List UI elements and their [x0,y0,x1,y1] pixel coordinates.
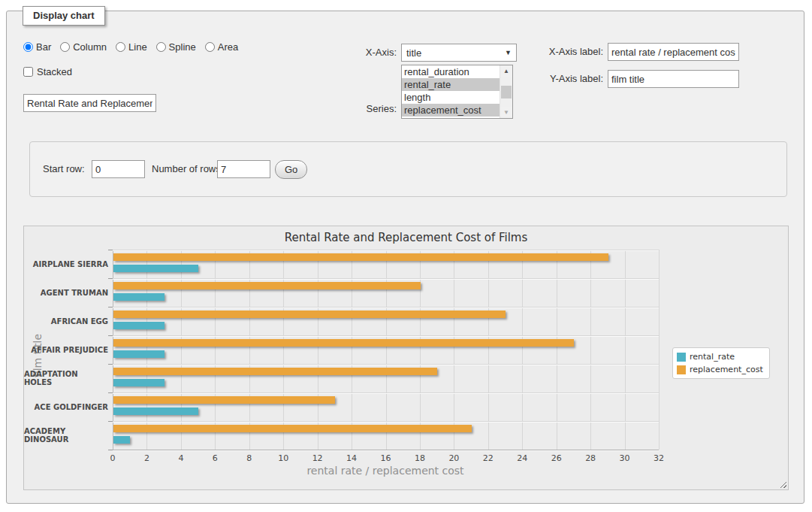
radio-bar[interactable] [23,42,33,52]
stacked-label[interactable]: Stacked [37,66,72,77]
category-label: AFFAIR PREJUDICE [24,335,108,364]
y-tick-mark-6 [108,421,113,422]
stacked-checkbox[interactable] [23,67,33,77]
gridline-x-10 [283,250,284,450]
x-axis-selected-value: title [406,47,505,59]
legend-item-rental_rate[interactable]: rental_rate [677,352,763,362]
y-tick-mark-7 [108,450,113,450]
series-list-label: Series: [321,100,397,118]
scrollbar-thumb[interactable] [501,86,512,98]
chart-type-radio-group: Bar Column Line Spline Area [23,41,244,53]
x-tick-label-12: 12 [303,453,333,463]
bar-replacement_cost-airplane-sierra [113,253,608,261]
gridline-x-2 [146,250,147,450]
gridline-x-22 [488,250,489,450]
series-option-rental_rate[interactable]: rental_rate [402,78,500,91]
x-tick-label-22: 22 [473,453,503,463]
bar-replacement_cost-adaptation-holes [113,368,437,375]
y-tick-mark-1 [108,278,113,279]
legend-swatch-replacement_cost [677,365,686,374]
listbox-scrollbar[interactable]: ▲ ▼ [500,65,512,118]
category-label: AFRICAN EGG [24,307,108,335]
page: Display chart Bar Column Line Spline Are… [0,0,812,512]
x-axis-select[interactable]: title ▼ [401,44,517,62]
scroll-up-icon[interactable]: ▲ [500,65,512,77]
chart-legend: rental_ratereplacement_cost [672,347,770,379]
radio-spline-label[interactable]: Spline [169,41,196,53]
gridline-x-18 [420,250,421,450]
num-rows-input[interactable] [217,160,270,178]
y-tick-mark-2 [108,307,113,308]
gridline-x-30 [625,250,626,450]
radio-column[interactable] [60,42,70,52]
chart-title-input[interactable] [23,94,156,112]
x-tick-label-18: 18 [405,453,435,463]
y-axis-label-field-label: Y-Axis label: [528,70,603,88]
gridline-x-28 [590,250,591,450]
x-tick-label-32: 32 [644,453,674,463]
radio-bar-label[interactable]: Bar [36,41,51,53]
bar-replacement_cost-affair-prejudice [113,339,574,347]
gridline-x-6 [215,250,216,450]
plot-area [113,250,659,450]
series-option-replacement_cost[interactable]: replacement_cost [402,104,500,117]
x-axis-tick-labels: 02468101214161820222426283032 [113,453,659,464]
radio-line[interactable] [116,42,125,52]
start-row-input[interactable] [92,160,145,178]
x-axis-label-input[interactable] [608,43,739,61]
x-tick-label-28: 28 [575,453,605,463]
gridline-x-14 [352,250,352,450]
y-tick-mark-0 [108,250,113,250]
legend-label-replacement_cost: replacement_cost [690,365,763,374]
legend-swatch-rental_rate [677,353,686,362]
y-tick-mark-3 [108,335,113,336]
y-axis-label-input[interactable] [608,70,739,88]
radio-area[interactable] [205,42,215,52]
category-label: ACADEMY DINOSAUR [24,421,108,450]
gridline-y-0 [113,250,659,250]
chart-container: Rental Rate and Replacement Cost of Film… [23,226,789,490]
x-axis-label-field-label: X-Axis label: [528,43,603,61]
category-axis-labels: AIRPLANE SIERRAAGENT TRUMANAFRICAN EGGAF… [24,250,108,450]
gridline-y-7 [113,450,659,450]
x-tick-label-8: 8 [234,453,264,463]
gridline-y-3 [113,335,659,336]
series-listbox[interactable]: rental_durationrental_ratelengthreplacem… [401,65,513,119]
gridline-x-20 [454,250,454,450]
x-tick-label-4: 4 [166,453,196,463]
resize-grip-icon[interactable] [778,480,786,488]
scroll-down-icon[interactable]: ▼ [500,107,512,118]
series-option-length[interactable]: length [402,91,500,104]
x-tick-label-24: 24 [507,453,537,463]
radio-line-label[interactable]: Line [128,41,147,53]
y-tick-mark-4 [108,364,113,365]
x-axis-select-label: X-Axis: [321,44,397,62]
query-panel: Start row: Number of rows: Go [29,141,787,197]
bar-rental_rate-adaptation-holes [113,379,165,386]
bar-rental_rate-affair-prejudice [113,350,165,358]
bar-replacement_cost-academy-dinosaur [113,425,472,432]
radio-area-label[interactable]: Area [218,41,238,53]
stacked-row: Stacked [23,66,72,77]
panel-title: Display chart [23,6,105,26]
radio-spline[interactable] [156,42,166,52]
x-tick-label-6: 6 [200,453,230,463]
gridline-y-4 [113,364,659,365]
go-button[interactable]: Go [275,160,307,179]
gridline-y-2 [113,307,659,308]
x-tick-label-30: 30 [610,453,640,463]
radio-column-label[interactable]: Column [73,41,107,53]
gridline-y-1 [113,278,659,279]
gridline-x-4 [181,250,182,450]
category-label: ADAPTATION HOLES [24,364,108,392]
category-label: AIRPLANE SIERRA [24,250,108,278]
legend-item-replacement_cost[interactable]: replacement_cost [677,365,763,374]
series-option-rental_duration[interactable]: rental_duration [402,65,500,78]
x-tick-label-2: 2 [131,453,161,463]
y-tick-mark-5 [108,392,113,393]
x-tick-label-14: 14 [337,453,367,463]
category-label: ACE GOLDFINGER [24,392,108,421]
x-tick-label-16: 16 [371,453,401,463]
select-dropdown-icon: ▼ [505,49,512,56]
x-tick-label-0: 0 [98,453,128,463]
